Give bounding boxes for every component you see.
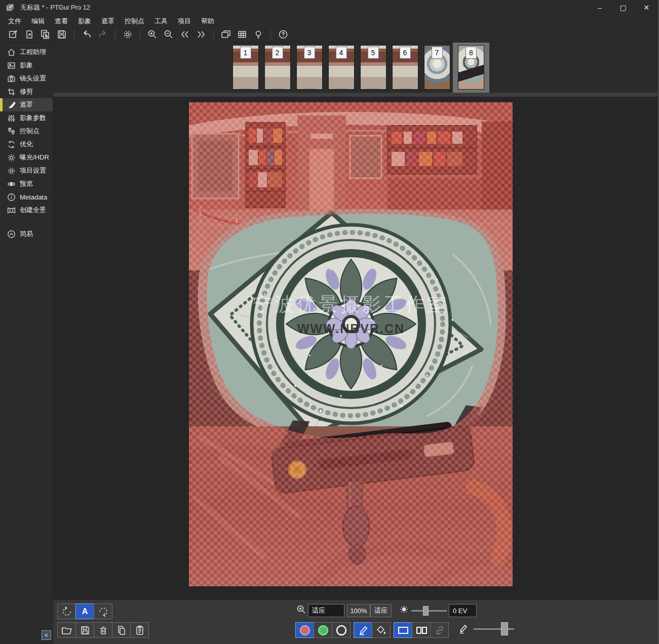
save-button[interactable] [55,28,68,41]
menu-control-points[interactable]: 控制点 [120,16,149,27]
red-circle-icon [299,624,311,636]
tips-button[interactable] [252,28,265,41]
pen-tool-button[interactable] [354,622,372,638]
settings-button[interactable] [121,28,134,41]
new-project-button[interactable] [7,28,20,41]
sidebar-item-lens-settings[interactable]: 镜头设置 [0,72,53,85]
thumbnail-2[interactable]: 2 [261,43,293,93]
delete-mask-button[interactable] [94,622,112,638]
sidebar-item-create-panorama[interactable]: 创建全景 [0,204,53,217]
add-images-button[interactable] [39,28,52,41]
thumbnail-5[interactable]: 5 [357,43,389,93]
load-mask-button[interactable] [57,622,76,638]
menu-help[interactable]: 帮助 [196,16,219,27]
paste-mask-button[interactable] [130,622,149,638]
mask-erase-button[interactable] [332,622,351,638]
rotate-ccw-button[interactable] [57,603,76,619]
optimize-icon [7,140,16,149]
zoom-100-button[interactable]: 100% [347,604,370,617]
dual-view-button[interactable] [412,622,431,638]
brightness-sun-icon [400,605,408,614]
sidebar-item-images[interactable]: 影象 [0,59,53,72]
mask-red-button[interactable] [295,622,314,638]
menu-file[interactable]: 文件 [3,16,26,27]
copy-mask-button[interactable] [112,622,131,638]
ev-value-field[interactable]: 0 EV [449,604,477,617]
trash-icon [98,625,108,635]
sidebar-item-project-assistant[interactable]: 工程助理 [0,46,53,59]
thumbnail-3[interactable]: 3 [293,43,325,93]
sidebar-item-mask[interactable]: 遮罩 [0,98,53,111]
undo-icon [81,29,92,39]
help-button[interactable] [277,28,290,41]
thumbnail-4-number: 4 [336,47,347,59]
save-mask-button[interactable] [75,622,94,638]
thumbnail-scrollbar[interactable] [53,93,659,97]
help-icon [278,29,288,39]
menu-project[interactable]: 项目 [173,16,196,27]
redo-icon [97,29,108,39]
thumbnail-8-selected[interactable]: 8 [453,43,489,93]
sidebar-item-image-parameters[interactable]: 影象参数 [0,111,53,125]
sidebar-item-project-settings[interactable]: 项目设置 [0,164,53,177]
brightness-slider-track[interactable] [411,610,447,612]
minimize-button[interactable]: – [588,0,611,15]
panorama-editor-button[interactable] [219,28,232,41]
gear-icon [123,29,133,39]
brush-size-pencil-icon [457,623,469,634]
collapse-sidebar-button[interactable]: < [42,630,51,640]
gear-icon [7,167,16,175]
thumbnail-6-number: 6 [400,47,411,59]
bottom-left-panel: < [0,600,53,644]
menu-images[interactable]: 影象 [73,16,96,27]
open-project-button[interactable] [23,28,36,41]
next-image-button[interactable] [195,28,208,41]
link-views-button[interactable] [430,622,449,638]
thumbnail-7[interactable]: 7 [421,43,453,93]
brush-size-slider-handle[interactable] [501,622,508,635]
undo-button[interactable] [80,28,93,41]
thumbnail-4[interactable]: 4 [325,43,357,93]
brightness-slider-handle[interactable] [423,606,429,616]
brush-size-slider-track[interactable] [474,628,514,630]
thumbnail-6[interactable]: 6 [389,43,421,93]
zoom-mode-combobox[interactable]: 适应 [308,604,344,617]
fill-bucket-icon [376,625,387,636]
zoom-fit-button[interactable]: 适应 [370,604,392,617]
toolbar-separator [270,29,271,39]
close-button[interactable]: ✕ [635,0,658,15]
zoom-in-button[interactable] [146,28,159,41]
save-icon [57,29,67,39]
detail-viewer-button[interactable] [236,28,249,41]
redo-button[interactable] [96,28,109,41]
mask-editor-image[interactable]: 宁波优景摄影工作室 WWW.NBVR.CN [189,102,513,586]
toolbar-separator [213,29,214,39]
sidebar-item-exposure-hdr[interactable]: 曝光/HDR [0,151,53,164]
sidebar-item-crop[interactable]: 修剪 [0,85,53,98]
green-circle-icon [317,624,329,636]
fill-tool-button[interactable] [372,622,391,638]
home-icon [7,48,16,57]
sidebar-item-optimizer[interactable]: 优化 [0,138,53,151]
new-project-icon [8,29,18,39]
menu-view[interactable]: 查看 [50,16,73,27]
rotate-cw-button[interactable] [94,603,112,619]
eye-icon [7,180,16,188]
mask-green-button[interactable] [314,622,332,638]
sidebar-item-control-points[interactable]: 控制点 [0,125,53,138]
thumbnail-1[interactable]: 1 [229,43,261,93]
menu-mask[interactable]: 遮罩 [96,16,120,27]
menu-edit[interactable]: 编辑 [26,16,50,27]
white-circle-icon [335,624,347,636]
thumbnail-3-number: 3 [304,47,315,59]
maximize-button[interactable]: ▢ [611,0,635,15]
previous-image-button[interactable] [178,28,191,41]
sidebar-item-metadata[interactable]: Metadata [0,190,53,204]
menu-tools[interactable]: 工具 [149,16,173,27]
window-title: 无标题 * - PTGui Pro 12 [20,3,90,12]
zoom-out-button[interactable] [162,28,175,41]
sidebar-item-simple-mode[interactable]: 简易 [0,227,53,240]
sidebar-item-preview[interactable]: 预览 [0,177,53,190]
single-view-button[interactable] [394,622,412,638]
auto-mask-button[interactable]: A [75,603,94,619]
